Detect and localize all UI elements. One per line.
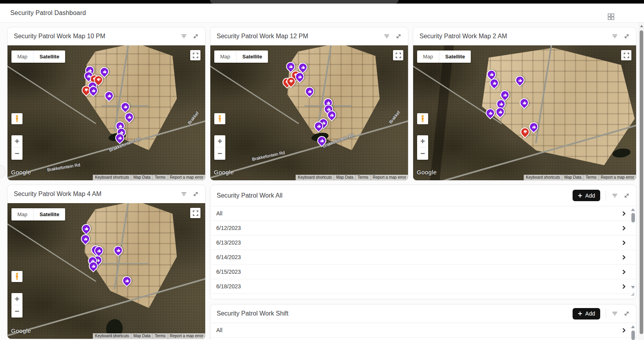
list-item[interactable]: 6/15/2023 xyxy=(210,265,636,279)
plus-icon xyxy=(578,193,582,198)
thumbs-up-icon xyxy=(488,111,493,116)
work-shift-list: All xyxy=(210,323,636,340)
map-2am-canvas[interactable]: Map Satellite + − Google Keyboard shortc… xyxy=(413,45,636,180)
thumbs-up-icon xyxy=(298,75,302,79)
thumbs-down-icon xyxy=(96,78,101,82)
add-button[interactable]: Add xyxy=(573,190,600,201)
thumbs-up-icon xyxy=(83,237,88,241)
filter-icon[interactable] xyxy=(181,33,187,39)
map-pin-thumbs-up[interactable] xyxy=(119,100,132,113)
filter-icon[interactable] xyxy=(384,33,390,39)
expand-icon[interactable] xyxy=(623,310,630,317)
add-button[interactable]: Add xyxy=(573,308,600,319)
list-item[interactable]: All xyxy=(210,206,636,221)
filter-icon[interactable] xyxy=(181,191,187,197)
card-title: Security Patrol Work Map 4 AM xyxy=(14,191,101,198)
card-header: Security Patrol Work Map 10 PM xyxy=(7,27,205,45)
plus-icon xyxy=(578,311,582,316)
card-title: Security Patrol Work All xyxy=(217,192,283,199)
thumbs-up-icon xyxy=(288,64,293,69)
thumbs-up-icon xyxy=(499,102,504,106)
map-pin-thumbs-up[interactable] xyxy=(315,134,328,147)
page-scrollbar[interactable] xyxy=(638,22,644,340)
thumbs-up-icon xyxy=(532,125,536,129)
card-map-2am: Security Patrol Work Map 2 AM Map Satell… xyxy=(413,27,637,181)
thumbs-up-icon xyxy=(84,226,89,231)
card-title: Security Patrol Work Map 2 AM xyxy=(419,33,507,40)
scroll-thumb[interactable] xyxy=(640,30,643,334)
map-12pm-canvas[interactable]: Brakkefontein RdBrakkefontein RdBrakkef … xyxy=(210,45,408,180)
card-title: Security Patrol Work Map 12 PM xyxy=(217,33,308,40)
thumbs-up-icon xyxy=(489,72,494,77)
divider xyxy=(606,308,606,319)
expand-icon[interactable] xyxy=(193,33,199,39)
thumbs-down-icon xyxy=(84,88,89,93)
list-item[interactable]: 6/14/2023 xyxy=(210,250,636,265)
scroll-up-arrow[interactable] xyxy=(640,25,643,27)
chevron-right-icon xyxy=(622,226,626,231)
chevron-right-icon xyxy=(622,211,626,216)
thumbs-up-icon xyxy=(307,89,312,94)
page-title: Security Patrol Dashboard xyxy=(10,9,86,17)
thumbs-up-icon xyxy=(102,69,107,74)
thumbs-up-icon xyxy=(97,248,101,253)
map-pin-thumbs-up[interactable] xyxy=(80,222,93,235)
divider xyxy=(606,191,606,201)
list-item[interactable]: 6/18/2023 xyxy=(210,279,636,294)
list-item[interactable]: 6/12/2023 xyxy=(210,221,636,235)
filter-icon[interactable] xyxy=(612,310,618,317)
card-map-12pm: Security Patrol Work Map 12 PM Brakkefon… xyxy=(210,27,408,181)
map-pin-thumbs-up[interactable] xyxy=(79,232,92,245)
list-item[interactable]: All xyxy=(210,323,636,338)
thumbs-up-icon xyxy=(91,264,96,269)
thumbs-up-icon xyxy=(522,101,527,105)
map-pin-thumbs-up[interactable] xyxy=(112,244,125,257)
card-work-all: Security Patrol Work All Add All6/12/202… xyxy=(210,185,637,299)
filter-icon[interactable] xyxy=(612,192,618,199)
map-pin-thumbs-up[interactable] xyxy=(518,96,531,109)
map-4am-canvas[interactable]: Map Satellite + − Google Keyboard shortc… xyxy=(7,203,205,339)
list-item-label: 6/13/2023 xyxy=(216,239,241,246)
list-item-label: All xyxy=(216,210,223,217)
chevron-right-icon xyxy=(622,255,626,260)
card-title: Security Patrol Work Map 10 PM xyxy=(14,33,105,40)
filter-icon[interactable] xyxy=(612,33,618,39)
map-pin-thumbs-up[interactable] xyxy=(484,106,497,120)
map-pins xyxy=(7,203,205,339)
expand-icon[interactable] xyxy=(395,33,402,39)
card-title: Security Patrol Work Shift xyxy=(217,310,288,317)
page: Security Patrol Dashboard Security Patro… xyxy=(0,0,644,340)
chevron-right-icon xyxy=(622,240,626,245)
thumbs-up-icon xyxy=(107,93,112,98)
map-pin-thumbs-up[interactable] xyxy=(513,74,526,87)
left-edge-handle[interactable] xyxy=(0,165,6,178)
thumbs-up-icon xyxy=(116,248,121,253)
expand-icon[interactable] xyxy=(623,192,630,199)
list-item-label: 6/12/2023 xyxy=(216,225,241,231)
map-pin-thumbs-up[interactable] xyxy=(303,85,316,98)
topbar-tab xyxy=(210,0,399,4)
add-button-label: Add xyxy=(585,192,595,199)
thumbs-up-icon xyxy=(125,278,129,283)
dashboard-grid-icon[interactable] xyxy=(608,13,614,20)
thumbs-down-icon xyxy=(523,130,528,135)
map-pins xyxy=(7,45,205,180)
card-work-shift: Security Patrol Work Shift Add All xyxy=(210,304,637,340)
list-item-label: 6/18/2023 xyxy=(216,283,241,290)
expand-icon[interactable] xyxy=(623,33,630,39)
thumbs-up-icon xyxy=(492,81,497,86)
card-map-10pm: Security Patrol Work Map 10 PM Brakkefon… xyxy=(7,27,206,181)
map-10pm-canvas[interactable]: Brakkefontein RdBrakkefontein RdBrakkef … xyxy=(7,45,205,180)
map-pin-thumbs-up[interactable] xyxy=(120,274,133,287)
thumbs-up-icon xyxy=(127,115,132,120)
expand-icon[interactable] xyxy=(193,191,199,197)
thumbs-up-icon xyxy=(503,93,507,97)
add-button-label: Add xyxy=(585,310,595,317)
card-map-4am: Security Patrol Work Map 4 AM Map Satell… xyxy=(7,185,206,339)
map-pin-thumbs-up[interactable] xyxy=(494,105,507,118)
list-item-label: 6/14/2023 xyxy=(216,254,241,260)
chevron-right-icon xyxy=(622,328,626,333)
list-item[interactable]: 6/13/2023 xyxy=(210,235,636,250)
thumbs-up-icon xyxy=(329,113,334,118)
map-pin-thumbs-up[interactable] xyxy=(103,89,116,102)
